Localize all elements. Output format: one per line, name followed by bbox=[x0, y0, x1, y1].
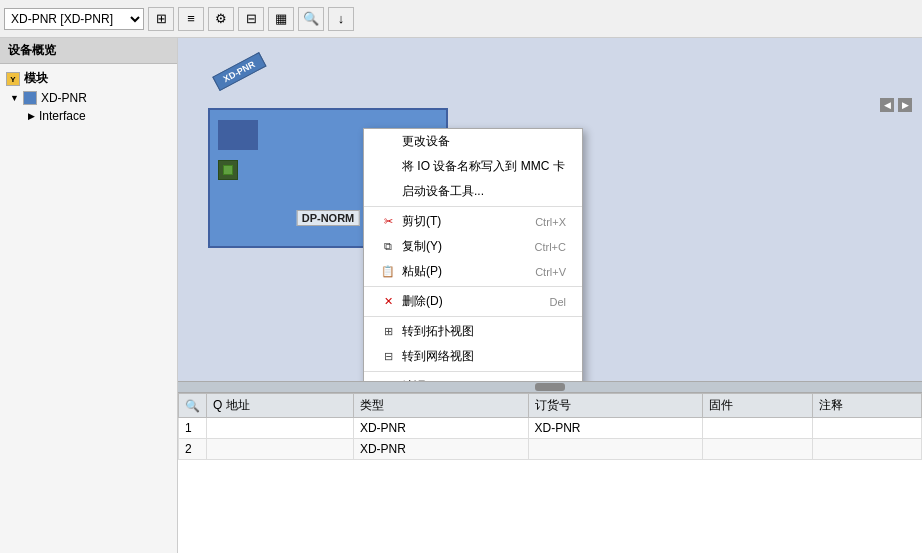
scroll-left-btn[interactable]: ◀ bbox=[880, 98, 894, 112]
cm-topo-view[interactable]: ⊞ 转到拓扑视图 bbox=[364, 319, 582, 344]
main-area: 设备概览 Y 模块 ▼ XD-PNR ▶ Interface bbox=[0, 38, 922, 553]
table-header-row: 🔍 Q 地址 类型 订货号 固件 注释 bbox=[179, 394, 922, 418]
cm-cut-shortcut: Ctrl+X bbox=[535, 216, 566, 228]
main-toolbar: XD-PNR [XD-PNR] ⊞ ≡ ⚙ ⊟ ▦ 🔍 ↓ bbox=[0, 0, 922, 38]
row-notes bbox=[812, 439, 921, 460]
toolbar-btn-6[interactable]: 🔍 bbox=[298, 7, 324, 31]
row-order-num: XD-PNR bbox=[528, 418, 703, 439]
sidebar-section: Y 模块 ▼ XD-PNR ▶ Interface bbox=[0, 64, 177, 129]
cm-paste-shortcut: Ctrl+V bbox=[535, 266, 566, 278]
cm-paste-label: 粘贴(P) bbox=[402, 263, 442, 280]
cm-change-device[interactable]: 更改设备 bbox=[364, 129, 582, 154]
interface-label: Interface bbox=[39, 109, 86, 123]
cm-network-label: 转到网络视图 bbox=[402, 348, 474, 365]
xdpnr-label: XD-PNR bbox=[41, 91, 87, 105]
cm-cut-label: 剪切(T) bbox=[402, 213, 441, 230]
row-firmware bbox=[703, 439, 812, 460]
device-selector[interactable]: XD-PNR [XD-PNR] bbox=[4, 8, 144, 30]
th-order-num: 订货号 bbox=[528, 394, 703, 418]
toolbar-btn-1[interactable]: ⊞ bbox=[148, 7, 174, 31]
cm-sep-3 bbox=[364, 316, 582, 317]
table-row[interactable]: 1 XD-PNR XD-PNR bbox=[179, 418, 922, 439]
scroll-arrows: ◀ ▶ bbox=[880, 98, 912, 112]
cm-compile[interactable]: 编译 ▶ bbox=[364, 374, 582, 381]
xd-pnr-tag: XD-PNR bbox=[212, 52, 266, 91]
table-area: 🔍 Q 地址 类型 订货号 固件 注释 1 XD-PNR XD-PNR 2 bbox=[178, 393, 922, 553]
row-idx: 2 bbox=[179, 439, 207, 460]
cm-sep-2 bbox=[364, 286, 582, 287]
sidebar: 设备概览 Y 模块 ▼ XD-PNR ▶ Interface bbox=[0, 38, 178, 553]
th-search: 🔍 bbox=[179, 394, 207, 418]
cm-network-icon: ⊟ bbox=[380, 349, 396, 365]
sidebar-title: 设备概览 bbox=[0, 38, 177, 64]
tree-toggle-xdpnr[interactable]: ▼ bbox=[10, 93, 19, 103]
cm-paste[interactable]: 📋 粘贴(P) Ctrl+V bbox=[364, 259, 582, 284]
cm-copy-icon: ⧉ bbox=[380, 239, 396, 255]
table-row[interactable]: 2 XD-PNR bbox=[179, 439, 922, 460]
row-q-addr bbox=[207, 439, 354, 460]
row-firmware bbox=[703, 418, 812, 439]
scroll-right-btn[interactable]: ▶ bbox=[898, 98, 912, 112]
cm-sep-4 bbox=[364, 371, 582, 372]
device-table: 🔍 Q 地址 类型 订货号 固件 注释 1 XD-PNR XD-PNR 2 bbox=[178, 393, 922, 460]
toolbar-btn-3[interactable]: ⚙ bbox=[208, 7, 234, 31]
row-notes bbox=[812, 418, 921, 439]
module-icon: Y bbox=[6, 72, 20, 86]
cm-paste-icon: 📋 bbox=[380, 264, 396, 280]
row-type: XD-PNR bbox=[353, 439, 528, 460]
device-inner-box bbox=[218, 120, 258, 150]
cm-start-tool-label: 启动设备工具... bbox=[402, 183, 484, 200]
cm-write-io-name[interactable]: 将 IO 设备名称写入到 MMC 卡 bbox=[364, 154, 582, 179]
device-indicator bbox=[223, 165, 233, 175]
cm-start-tool[interactable]: 启动设备工具... bbox=[364, 179, 582, 204]
cm-network-view[interactable]: ⊟ 转到网络视图 bbox=[364, 344, 582, 369]
device-small-box bbox=[218, 160, 238, 180]
cm-delete[interactable]: ✕ 删除(D) Del bbox=[364, 289, 582, 314]
content-area: XD-PNR DP-NORM ◀ ▶ bbox=[178, 38, 922, 553]
cm-topo-icon: ⊞ bbox=[380, 324, 396, 340]
row-idx: 1 bbox=[179, 418, 207, 439]
sidebar-module-header: Y 模块 bbox=[0, 68, 177, 89]
th-q-addr: Q 地址 bbox=[207, 394, 354, 418]
table-body: 1 XD-PNR XD-PNR 2 XD-PNR bbox=[179, 418, 922, 460]
cm-start-tool-icon bbox=[380, 184, 396, 200]
tree-toggle-interface[interactable]: ▶ bbox=[28, 111, 35, 121]
cm-change-device-icon bbox=[380, 134, 396, 150]
row-q-addr bbox=[207, 418, 354, 439]
cm-cut-icon: ✂ bbox=[380, 214, 396, 230]
cm-delete-label: 删除(D) bbox=[402, 293, 443, 310]
cm-copy-shortcut: Ctrl+C bbox=[535, 241, 566, 253]
device-name-label: DP-NORM bbox=[297, 210, 360, 226]
row-order-num bbox=[528, 439, 703, 460]
th-firmware: 固件 bbox=[703, 394, 812, 418]
cm-change-device-label: 更改设备 bbox=[402, 133, 450, 150]
scroll-thumb bbox=[535, 383, 565, 391]
cm-delete-icon: ✕ bbox=[380, 294, 396, 310]
cm-copy-label: 复制(Y) bbox=[402, 238, 442, 255]
toolbar-btn-2[interactable]: ≡ bbox=[178, 7, 204, 31]
canvas-area: XD-PNR DP-NORM ◀ ▶ bbox=[178, 38, 922, 381]
th-notes: 注释 bbox=[812, 394, 921, 418]
cm-sep-1 bbox=[364, 206, 582, 207]
cm-cut[interactable]: ✂ 剪切(T) Ctrl+X bbox=[364, 209, 582, 234]
module-label: 模块 bbox=[24, 70, 48, 87]
cm-delete-shortcut: Del bbox=[549, 296, 566, 308]
xdpnr-icon bbox=[23, 91, 37, 105]
th-type: 类型 bbox=[353, 394, 528, 418]
toolbar-btn-4[interactable]: ⊟ bbox=[238, 7, 264, 31]
cm-compile-icon bbox=[380, 379, 396, 382]
cm-compile-label: 编译 bbox=[402, 378, 426, 381]
context-menu: 更改设备 将 IO 设备名称写入到 MMC 卡 启动设备工具... bbox=[363, 128, 583, 381]
toolbar-btn-7[interactable]: ↓ bbox=[328, 7, 354, 31]
toolbar-btn-5[interactable]: ▦ bbox=[268, 7, 294, 31]
sidebar-item-interface[interactable]: ▶ Interface bbox=[0, 107, 177, 125]
cm-write-io-label: 将 IO 设备名称写入到 MMC 卡 bbox=[402, 158, 565, 175]
cm-topo-label: 转到拓扑视图 bbox=[402, 323, 474, 340]
cm-copy[interactable]: ⧉ 复制(Y) Ctrl+C bbox=[364, 234, 582, 259]
sidebar-item-xdpnr[interactable]: ▼ XD-PNR bbox=[0, 89, 177, 107]
row-type: XD-PNR bbox=[353, 418, 528, 439]
cm-write-io-icon bbox=[380, 159, 396, 175]
h-divider[interactable] bbox=[178, 381, 922, 393]
